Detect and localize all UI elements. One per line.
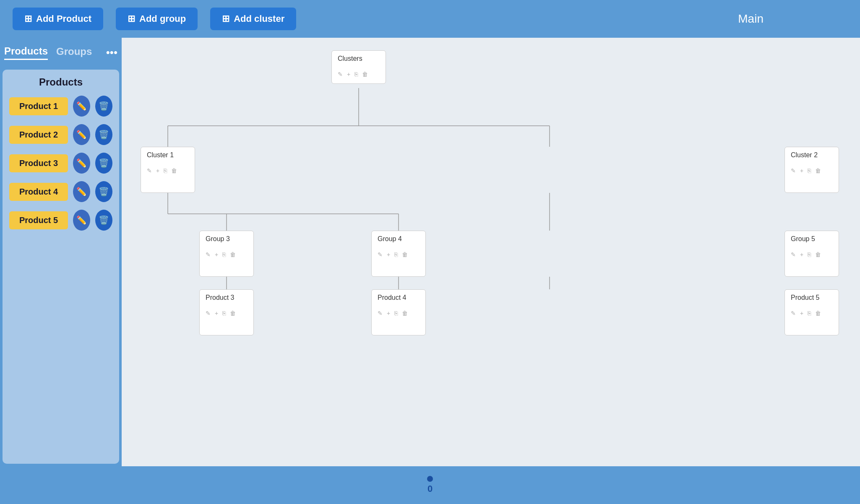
cluster2-node-title: Cluster 2 (791, 151, 833, 159)
more-menu-button[interactable]: ••• (106, 46, 117, 59)
product-2-label: Product 2 (9, 126, 68, 144)
cluster2-node: Cluster 2 ✎ + ⎘ 🗑 (784, 147, 839, 193)
group5-edit-icon[interactable]: ✎ (791, 251, 796, 258)
add-product-icon: ⊞ (24, 13, 32, 24)
sidebar: Products Groups ••• Products Product 1 ✏… (0, 38, 122, 466)
clusters-node-title: Clusters (338, 55, 380, 62)
product4-node-actions: ✎ + ⎘ 🗑 (378, 310, 420, 317)
product-4-edit-button[interactable]: ✏️ (73, 181, 90, 202)
list-item: Product 4 ✏️ 🗑️ (9, 181, 112, 202)
product-4-delete-button[interactable]: 🗑️ (95, 181, 112, 202)
product4-edit-icon[interactable]: ✎ (378, 310, 383, 317)
cluster1-node: Cluster 1 ✎ + ⎘ 🗑 (141, 147, 195, 193)
tab-products[interactable]: Products (4, 45, 48, 60)
product3-node: Product 3 ✎ + ⎘ 🗑 (199, 289, 254, 335)
cluster1-node-actions: ✎ + ⎘ 🗑 (147, 167, 189, 174)
product4-node: Product 4 ✎ + ⎘ 🗑 (371, 289, 426, 335)
product5-edit-icon[interactable]: ✎ (791, 310, 796, 317)
group3-copy-icon[interactable]: ⎘ (222, 251, 226, 258)
product5-add-icon[interactable]: + (800, 310, 803, 317)
product4-delete-icon[interactable]: 🗑 (402, 310, 408, 317)
canvas: Clusters ✎ + ⎘ 🗑 Cluster 1 ✎ + ⎘ 🗑 Clust… (122, 38, 860, 466)
cluster2-edit-icon[interactable]: ✎ (791, 167, 796, 174)
product-3-edit-button[interactable]: ✏️ (73, 153, 90, 174)
group3-delete-icon[interactable]: 🗑 (230, 251, 236, 258)
add-cluster-label: Add cluster (234, 13, 284, 24)
group3-node-title: Group 3 (206, 235, 248, 243)
bottom-indicator-dot (427, 476, 433, 482)
cluster1-edit-icon[interactable]: ✎ (147, 167, 152, 174)
product-1-delete-button[interactable]: 🗑️ (95, 96, 112, 117)
sidebar-tabs: Products Groups ••• (0, 38, 122, 67)
group3-node-actions: ✎ + ⎘ 🗑 (206, 251, 248, 258)
clusters-edit-icon[interactable]: ✎ (338, 71, 343, 78)
product5-node-actions: ✎ + ⎘ 🗑 (791, 310, 833, 317)
cluster1-add-icon[interactable]: + (156, 167, 159, 174)
product5-copy-icon[interactable]: ⎘ (808, 310, 811, 317)
cluster1-node-title: Cluster 1 (147, 151, 189, 159)
main-layout: Products Groups ••• Products Product 1 ✏… (0, 38, 860, 466)
product4-copy-icon[interactable]: ⎘ (394, 310, 398, 317)
group5-node: Group 5 ✎ + ⎘ 🗑 (784, 231, 839, 277)
group5-node-actions: ✎ + ⎘ 🗑 (791, 251, 833, 258)
group4-delete-icon[interactable]: 🗑 (402, 251, 408, 258)
cluster1-delete-icon[interactable]: 🗑 (171, 167, 177, 174)
product5-delete-icon[interactable]: 🗑 (815, 310, 821, 317)
clusters-copy-icon[interactable]: ⎘ (354, 71, 358, 78)
add-product-label: Add Product (36, 13, 91, 24)
product-3-label: Product 3 (9, 154, 68, 172)
sidebar-panel: Products Product 1 ✏️ 🗑️ Product 2 ✏️ 🗑️… (3, 70, 119, 464)
group5-add-icon[interactable]: + (800, 251, 803, 258)
cluster2-node-actions: ✎ + ⎘ 🗑 (791, 167, 833, 174)
bottom-bar: 0 (0, 466, 860, 504)
group3-add-icon[interactable]: + (215, 251, 218, 258)
main-title: Main (738, 12, 764, 26)
group5-node-title: Group 5 (791, 235, 833, 243)
group3-node: Group 3 ✎ + ⎘ 🗑 (199, 231, 254, 277)
add-cluster-icon: ⊞ (222, 13, 229, 24)
product-3-delete-button[interactable]: 🗑️ (95, 153, 112, 174)
product-5-edit-button[interactable]: ✏️ (73, 210, 90, 231)
group5-delete-icon[interactable]: 🗑 (815, 251, 821, 258)
add-cluster-button[interactable]: ⊞ Add cluster (210, 8, 296, 30)
list-item: Product 1 ✏️ 🗑️ (9, 96, 112, 117)
group4-node-title: Group 4 (378, 235, 420, 243)
list-item: Product 3 ✏️ 🗑️ (9, 153, 112, 174)
clusters-node-actions: ✎ + ⎘ 🗑 (338, 71, 380, 78)
product3-node-actions: ✎ + ⎘ 🗑 (206, 310, 248, 317)
product5-node-title: Product 5 (791, 294, 833, 301)
product-2-edit-button[interactable]: ✏️ (73, 124, 90, 145)
cluster2-copy-icon[interactable]: ⎘ (808, 167, 811, 174)
toolbar: ⊞ Add Product ⊞ Add group ⊞ Add cluster … (0, 0, 860, 38)
group3-edit-icon[interactable]: ✎ (206, 251, 211, 258)
tab-groups[interactable]: Groups (56, 46, 92, 59)
product3-copy-icon[interactable]: ⎘ (222, 310, 226, 317)
clusters-add-icon[interactable]: + (347, 71, 350, 78)
add-product-button[interactable]: ⊞ Add Product (13, 8, 103, 30)
product-5-label: Product 5 (9, 211, 68, 229)
product-5-delete-button[interactable]: 🗑️ (95, 210, 112, 231)
product-4-label: Product 4 (9, 183, 68, 201)
cluster1-copy-icon[interactable]: ⎘ (164, 167, 167, 174)
group4-copy-icon[interactable]: ⎘ (394, 251, 398, 258)
clusters-delete-icon[interactable]: 🗑 (362, 71, 368, 78)
group4-add-icon[interactable]: + (387, 251, 390, 258)
add-group-button[interactable]: ⊞ Add group (116, 8, 198, 30)
product4-add-icon[interactable]: + (387, 310, 390, 317)
group5-copy-icon[interactable]: ⎘ (808, 251, 811, 258)
product3-add-icon[interactable]: + (215, 310, 218, 317)
product3-edit-icon[interactable]: ✎ (206, 310, 211, 317)
list-item: Product 5 ✏️ 🗑️ (9, 210, 112, 231)
product3-delete-icon[interactable]: 🗑 (230, 310, 236, 317)
cluster2-add-icon[interactable]: + (800, 167, 803, 174)
product5-node: Product 5 ✎ + ⎘ 🗑 (784, 289, 839, 335)
cluster2-delete-icon[interactable]: 🗑 (815, 167, 821, 174)
product-1-label: Product 1 (9, 97, 68, 115)
add-group-label: Add group (139, 13, 186, 24)
product-2-delete-button[interactable]: 🗑️ (95, 124, 112, 145)
group4-node: Group 4 ✎ + ⎘ 🗑 (371, 231, 426, 277)
bottom-value: 0 (427, 483, 433, 494)
group4-edit-icon[interactable]: ✎ (378, 251, 383, 258)
add-group-icon: ⊞ (128, 13, 135, 24)
product-1-edit-button[interactable]: ✏️ (73, 96, 90, 117)
